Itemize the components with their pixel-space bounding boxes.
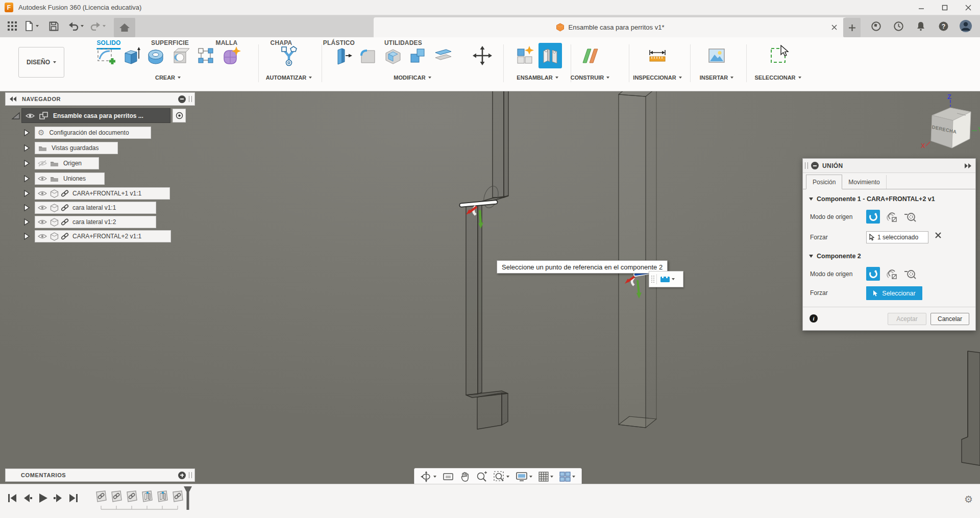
tree-row-component[interactable]: cara lateral v1:1 [23, 202, 156, 214]
help-icon[interactable]: ? [932, 21, 954, 32]
timeline-play-button[interactable] [36, 491, 50, 505]
timeline-settings-gear-icon[interactable]: ⚙ [964, 494, 973, 505]
tree-root-row[interactable]: Ensamble casa para perritos ... [11, 108, 186, 123]
expander-icon[interactable] [23, 160, 30, 167]
new-tab-button[interactable] [843, 18, 861, 37]
tree-row-saved-views[interactable]: Vistas guardadas [23, 142, 118, 154]
mode-simple-button-2[interactable] [866, 267, 880, 281]
grid-caret-icon[interactable] [550, 476, 553, 478]
viewports-caret-icon[interactable] [572, 476, 575, 478]
timeline-feature-joint-icon[interactable] [155, 489, 170, 505]
hole-button[interactable] [169, 43, 192, 68]
eye-off-icon[interactable] [38, 160, 47, 167]
dialog-collapse-icon[interactable] [811, 162, 819, 169]
navigator-header[interactable]: NAVEGADOR [5, 92, 195, 106]
insert-image-button[interactable] [705, 43, 728, 68]
mode-between-faces-button-2[interactable] [885, 267, 898, 281]
extensions-icon[interactable] [865, 21, 887, 32]
root-item-bar[interactable]: Ensamble casa para perritos ... [21, 108, 170, 123]
notifications-bell-icon[interactable] [910, 21, 932, 32]
add-comment-icon[interactable] [178, 472, 186, 479]
timeline-feature-link-icon[interactable] [109, 489, 124, 505]
viewports-tool[interactable] [556, 472, 578, 482]
group-insertar-label[interactable]: INSERTAR [700, 75, 728, 81]
expander-icon[interactable] [23, 190, 30, 197]
mode-two-edges-button-2[interactable] [903, 267, 917, 281]
fillet-button[interactable] [356, 43, 380, 68]
expander-icon[interactable] [23, 144, 30, 152]
root-expander-icon[interactable] [11, 112, 20, 119]
home-view-button[interactable] [114, 18, 135, 37]
mode-two-edges-button-1[interactable] [903, 210, 917, 224]
timeline-position-marker[interactable] [183, 486, 193, 511]
pattern-button[interactable] [194, 43, 217, 68]
joint-mode-icon[interactable] [660, 275, 670, 283]
tree-row-component[interactable]: cara lateral v1:2 [23, 216, 156, 228]
in-canvas-mini-toolbar[interactable] [649, 271, 683, 287]
display-settings-tool[interactable] [512, 472, 535, 482]
viewport-3d[interactable]: DERECHA Z Y X NAVEGADOR Ensamble casa pa… [0, 91, 980, 518]
new-component-button[interactable] [513, 43, 537, 68]
move-copy-button[interactable] [471, 43, 494, 68]
expander-icon[interactable] [23, 129, 30, 136]
save-button[interactable] [49, 21, 59, 31]
cancel-button[interactable]: Cancelar [930, 313, 969, 325]
pan-tool[interactable] [457, 472, 473, 482]
tree-item-label[interactable]: cara lateral v1:1 [72, 204, 116, 211]
undo-button[interactable] [68, 21, 84, 31]
tree-item-label[interactable]: CARA+FRONTAL+2 v1:1 [72, 233, 141, 240]
expander-icon[interactable] [23, 175, 30, 182]
joint-dialog-header[interactable]: UNIÓN [803, 159, 975, 173]
activate-component-radio[interactable] [173, 109, 186, 122]
eye-icon[interactable] [38, 205, 47, 211]
group-modificar-label[interactable]: MODIFICAR [394, 75, 425, 81]
clear-selection-button[interactable] [935, 232, 943, 240]
tree-item-label[interactable]: Uniones [63, 175, 86, 182]
mini-toolbar-grip[interactable] [651, 276, 654, 283]
eye-icon[interactable] [38, 219, 47, 226]
mini-toolbar-caret-icon[interactable] [672, 278, 675, 280]
extrude-button[interactable] [119, 43, 142, 68]
expander-icon[interactable] [23, 218, 30, 226]
revolve-button[interactable] [144, 43, 167, 68]
tree-item-label[interactable]: Configuración del documento [49, 129, 129, 136]
mode-between-faces-button-1[interactable] [885, 210, 898, 224]
collapse-panel-icon[interactable] [10, 96, 17, 102]
shell-button[interactable] [381, 43, 405, 68]
maximize-button[interactable] [933, 0, 957, 15]
timeline-step-back-button[interactable] [20, 491, 35, 505]
measure-button[interactable] [646, 43, 669, 68]
timeline-feature-joint-icon[interactable] [139, 489, 155, 505]
component2-section-header[interactable]: Componente 2 [809, 253, 861, 260]
offset-face-button[interactable] [431, 43, 455, 68]
select-reference-button[interactable]: Seleccionar [866, 286, 922, 300]
tab-movimiento[interactable]: Movimiento [842, 175, 886, 189]
combine-button[interactable] [406, 43, 430, 68]
dialog-drag-handle[interactable] [805, 162, 808, 169]
tree-item-label[interactable]: CARA+FRONTAL+1 v1:1 [72, 190, 141, 197]
job-status-clock-icon[interactable] [887, 21, 910, 32]
dialog-info-icon[interactable]: i [810, 314, 818, 323]
tree-row-origen[interactable]: Origen [23, 157, 99, 169]
mode-simple-button-1[interactable] [866, 210, 880, 224]
automate-button[interactable] [277, 43, 301, 68]
navigator-collapse-icon[interactable] [178, 95, 186, 103]
eye-icon[interactable] [38, 190, 47, 197]
group-seleccionar-label[interactable]: SELECCIONAR [754, 75, 795, 81]
tree-item-label[interactable]: Vistas guardadas [52, 144, 99, 152]
close-button[interactable] [957, 0, 980, 15]
display-caret-icon[interactable] [529, 476, 532, 478]
group-crear-label[interactable]: CREAR [155, 75, 175, 81]
root-eye-icon[interactable] [26, 113, 35, 119]
fit-tool[interactable] [491, 471, 512, 482]
design-workspace-dropdown[interactable]: DISEÑO [18, 47, 64, 78]
zoom-tool[interactable] [473, 471, 491, 482]
tree-row-uniones[interactable]: Uniones [23, 172, 105, 185]
file-menu-button[interactable] [24, 21, 39, 31]
eye-icon[interactable] [38, 233, 47, 240]
timeline-feature-link-icon[interactable] [124, 489, 139, 505]
comments-drag-handle[interactable] [189, 472, 192, 478]
tree-row-doc-settings[interactable]: ⚙ Configuración del documento [23, 127, 151, 139]
tree-item-label[interactable]: cara lateral v1:2 [72, 218, 116, 226]
eye-icon[interactable] [38, 176, 47, 182]
